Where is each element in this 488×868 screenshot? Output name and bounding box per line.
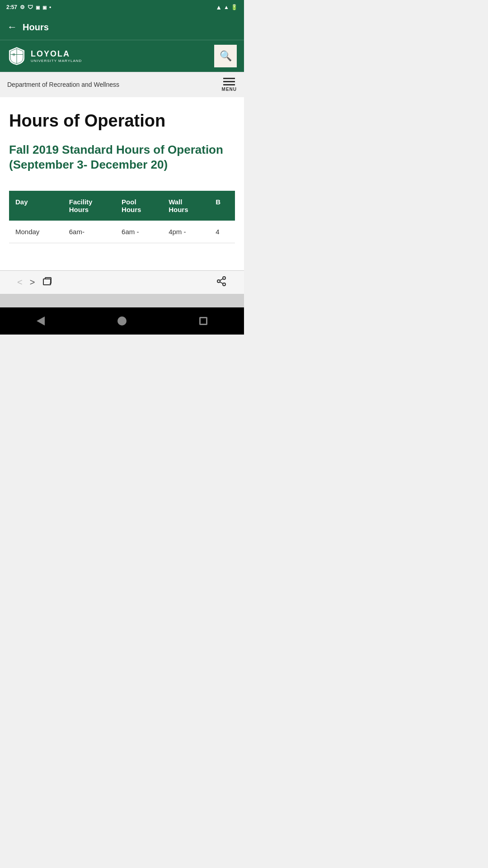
time: 2:57 xyxy=(6,4,17,10)
browser-forward-button[interactable]: > xyxy=(26,275,39,289)
browser-back-button[interactable]: < xyxy=(14,275,26,289)
page-title: Hours of Operation xyxy=(9,111,235,132)
dept-bar: Department of Recreation and Wellness ME… xyxy=(0,72,244,97)
dot-icon: • xyxy=(49,4,51,10)
logo-text: LOYOLA UNIVERSITY MARYLAND xyxy=(31,49,82,63)
hours-table: Day FacilityHours PoolHours WallHours B … xyxy=(9,191,235,243)
below-nav-space xyxy=(0,294,244,307)
chevron-right-icon: > xyxy=(30,277,35,287)
hours-table-wrapper: Day FacilityHours PoolHours WallHours B … xyxy=(9,191,235,243)
hamburger-icon xyxy=(223,78,235,85)
card-icon: ▣ xyxy=(36,5,40,10)
svg-point-4 xyxy=(223,277,225,279)
wifi-icon: ▲ xyxy=(216,4,222,11)
battery-icon: 🔋 xyxy=(231,4,238,10)
main-content: Hours of Operation Fall 2019 Standard Ho… xyxy=(0,97,244,252)
status-left: 2:57 ⚙ 🛡 ▣ ▣ • xyxy=(6,4,51,10)
svg-point-6 xyxy=(223,283,225,286)
back-triangle-icon xyxy=(37,316,45,326)
tab-icon xyxy=(42,278,53,288)
shield-icon: 🛡 xyxy=(28,4,33,10)
share-icon xyxy=(216,278,227,288)
col-header-wall: WallHours xyxy=(162,191,209,221)
recent-square-icon xyxy=(199,317,207,325)
cell-wall-hours: 4pm - xyxy=(162,221,209,243)
signal-icon: ▲ xyxy=(224,4,229,10)
cell-day: Monday xyxy=(9,221,63,243)
chevron-left-icon: < xyxy=(17,277,23,287)
section-title: Fall 2019 Standard Hours of Operation (S… xyxy=(9,142,235,173)
university-subtitle: UNIVERSITY MARYLAND xyxy=(31,59,82,63)
nav-title: Hours xyxy=(23,22,49,33)
system-nav xyxy=(0,307,244,335)
browser-nav: < > xyxy=(0,270,244,294)
svg-text:⛉: ⛉ xyxy=(13,53,15,57)
search-icon: 🔍 xyxy=(220,50,232,62)
svg-line-8 xyxy=(220,279,223,281)
logo-area: ⛉ LOYOLA UNIVERSITY MARYLAND xyxy=(7,47,82,66)
system-recent-button[interactable] xyxy=(199,317,207,325)
university-name: LOYOLA xyxy=(31,49,82,59)
search-button[interactable]: 🔍 xyxy=(214,45,237,67)
table-row: Monday 6am- 6am - 4pm - 4 xyxy=(9,221,235,243)
share-button[interactable] xyxy=(212,274,230,291)
system-back-button[interactable] xyxy=(37,316,45,326)
logo-bar: ⛉ LOYOLA UNIVERSITY MARYLAND 🔍 xyxy=(0,40,244,72)
menu-button[interactable]: MENU xyxy=(222,78,237,92)
svg-line-7 xyxy=(220,282,223,284)
col-header-extra: B xyxy=(209,191,235,221)
col-header-pool: PoolHours xyxy=(115,191,162,221)
loyola-shield-icon: ⛉ xyxy=(7,47,26,66)
dept-name: Department of Recreation and Wellness xyxy=(7,80,119,90)
home-circle-icon xyxy=(117,316,127,326)
system-home-button[interactable] xyxy=(117,316,127,326)
status-right: ▲ ▲ 🔋 xyxy=(216,4,238,11)
cell-facility-hours: 6am- xyxy=(63,221,115,243)
table-header-row: Day FacilityHours PoolHours WallHours B xyxy=(9,191,235,221)
top-nav-bar: ← Hours xyxy=(0,14,244,40)
cell-pool-hours: 6am - xyxy=(115,221,162,243)
col-header-facility: FacilityHours xyxy=(63,191,115,221)
browser-tab-button[interactable] xyxy=(38,274,56,291)
menu-label: MENU xyxy=(222,87,237,92)
bottom-space xyxy=(0,252,244,270)
back-button[interactable]: ← xyxy=(7,21,17,33)
cell-extra: 4 xyxy=(209,221,235,243)
col-header-day: Day xyxy=(9,191,63,221)
status-bar: 2:57 ⚙ 🛡 ▣ ▣ • ▲ ▲ 🔋 xyxy=(0,0,244,14)
svg-rect-3 xyxy=(43,279,51,285)
svg-point-5 xyxy=(217,280,220,283)
campusrec-icon: ▣ xyxy=(42,5,47,10)
settings-icon: ⚙ xyxy=(20,4,25,10)
